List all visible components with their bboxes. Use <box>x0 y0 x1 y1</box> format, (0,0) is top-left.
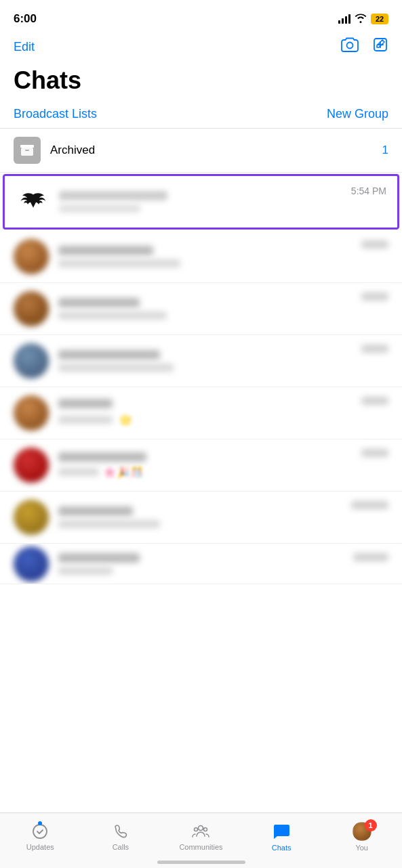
chat-time-blur <box>353 553 388 561</box>
tab-you[interactable]: 1 You <box>335 822 389 852</box>
tab-calls-label: Calls <box>113 843 129 851</box>
tab-bar: Updates Calls Communities <box>0 812 402 868</box>
chat-row[interactable] <box>0 492 402 544</box>
chat-time-blur <box>361 240 388 248</box>
chat-row-content <box>58 350 361 372</box>
chat-row-content <box>58 553 353 575</box>
svg-point-6 <box>33 825 47 838</box>
calls-icon-wrapper <box>112 823 129 840</box>
nav-icons <box>341 37 388 57</box>
avatar <box>14 500 49 535</box>
chat-row-content: 🌸🎉🎊 <box>58 452 361 479</box>
chat-name-blur <box>58 553 140 563</box>
chat-msg-blur <box>58 567 113 575</box>
avatar <box>14 395 49 431</box>
batman-avatar <box>16 184 51 219</box>
avatar <box>14 291 49 326</box>
new-group-link[interactable]: New Group <box>327 107 388 121</box>
chat-row-content <box>58 506 351 528</box>
tab-calls[interactable]: Calls <box>94 823 148 851</box>
chat-row-content: 🌟 <box>58 399 361 427</box>
chat-time-blur <box>361 449 388 457</box>
chat-name-blur <box>58 452 146 462</box>
tab-updates[interactable]: Updates <box>13 823 67 851</box>
chat-row-content <box>58 298 361 320</box>
svg-point-9 <box>204 827 207 831</box>
status-time: 6:00 <box>14 12 37 26</box>
signal-bars-icon <box>338 14 350 24</box>
chat-time-blur <box>351 501 388 509</box>
chat-row[interactable]: 🌸🎉🎊 <box>0 439 402 492</box>
chat-msg-blur <box>58 520 160 528</box>
nav-bar: Edit <box>0 34 402 62</box>
archive-icon <box>14 137 41 164</box>
avatar <box>14 239 49 274</box>
home-indicator <box>157 861 245 864</box>
chat-name-blur <box>58 506 133 516</box>
archived-row[interactable]: Archived 1 <box>0 129 402 173</box>
compose-icon[interactable] <box>372 37 388 57</box>
svg-rect-3 <box>25 150 29 151</box>
chat-row[interactable] <box>0 283 402 335</box>
camera-icon[interactable] <box>341 37 359 56</box>
avatar <box>14 448 49 483</box>
status-icons: 22 <box>338 14 388 25</box>
chat-time-blur <box>361 345 388 353</box>
chat-msg-blur <box>58 259 180 267</box>
chat-msg-blur <box>58 416 113 424</box>
highlighted-chat-row[interactable]: 5:54 PM <box>3 174 399 230</box>
svg-point-4 <box>28 197 31 201</box>
archived-count: 1 <box>382 144 388 157</box>
chat-name-blur <box>58 298 140 307</box>
tab-chats[interactable]: Chats <box>254 822 308 852</box>
chat-name-blur <box>58 246 153 255</box>
emoji-decoration: 🌟 <box>118 412 133 427</box>
updates-icon-wrapper <box>31 823 49 840</box>
battery-icon: 22 <box>371 14 388 24</box>
chat-time-blur <box>361 292 388 301</box>
svg-rect-1 <box>21 148 33 156</box>
action-bar: Broadcast Lists New Group <box>0 102 402 128</box>
chat-row-partial[interactable] <box>0 544 402 584</box>
status-bar: 6:00 22 <box>0 0 402 34</box>
chat-msg-blur <box>58 468 99 476</box>
chat-name-blur <box>59 191 167 200</box>
chat-message-blur <box>59 204 140 213</box>
chat-name-blur <box>58 399 113 408</box>
svg-rect-2 <box>20 145 34 148</box>
tab-chats-label: Chats <box>272 844 292 852</box>
avatar <box>14 343 49 378</box>
chat-row[interactable]: 🌟 <box>0 387 402 439</box>
chat-content <box>59 191 351 213</box>
tab-you-label: You <box>355 844 368 852</box>
svg-point-8 <box>195 827 198 831</box>
avatar <box>14 546 49 582</box>
chat-row[interactable] <box>0 231 402 283</box>
chat-msg-blur <box>58 364 174 372</box>
you-icon-wrapper: 1 <box>353 822 371 841</box>
archived-label: Archived <box>50 144 382 157</box>
tab-communities[interactable]: Communities <box>174 823 228 851</box>
page-title-section: Chats <box>0 62 402 102</box>
page-title: Chats <box>14 66 388 95</box>
wifi-icon <box>355 14 367 25</box>
chats-icon-wrapper <box>272 822 291 841</box>
communities-icon-wrapper <box>192 823 209 840</box>
chat-msg-blur <box>58 311 167 320</box>
tab-updates-label: Updates <box>26 843 54 851</box>
broadcast-lists-link[interactable]: Broadcast Lists <box>14 107 97 121</box>
svg-point-5 <box>35 197 39 201</box>
svg-point-7 <box>199 825 203 830</box>
chat-row[interactable] <box>0 335 402 387</box>
edit-button[interactable]: Edit <box>14 40 35 54</box>
chat-row-content <box>58 246 361 267</box>
chat-time: 5:54 PM <box>351 186 386 196</box>
you-badge: 1 <box>365 819 377 831</box>
updates-dot <box>38 821 42 825</box>
tab-communities-label: Communities <box>179 843 222 851</box>
emoji-decoration: 🌸🎉🎊 <box>103 466 144 479</box>
chat-time-blur <box>361 397 388 405</box>
chat-name-blur <box>58 350 160 360</box>
